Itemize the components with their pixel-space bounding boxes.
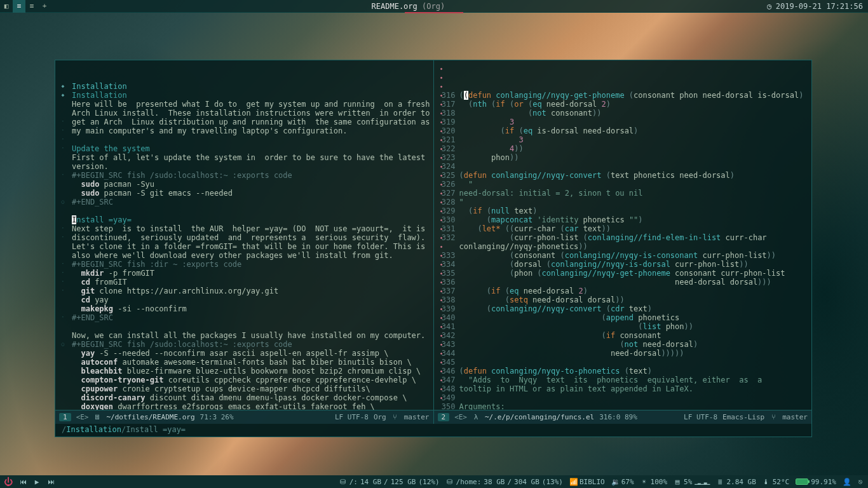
- right-pane[interactable]: ◆◆◆◆◆◆◆◆◆◆◆◆◆◆◆◆◆◆◆◆◆◆◆◆◆◆◆◆◆◆◆◆◆◆◆◆◆◆ 3…: [434, 60, 812, 410]
- code-line[interactable]: 341 (list phon)): [440, 322, 807, 331]
- code-line[interactable]: 317 (nth (if (or (eq need-dorsal 2): [440, 100, 807, 109]
- status-bar: ⏻ ⏮ ▶ ⏭ ⛁ /: 14 GB/125 GB (12%) ⛁ /home:…: [0, 475, 868, 488]
- code-line[interactable]: 318 (not consonant)): [440, 109, 807, 118]
- battery: 99.91%: [796, 478, 836, 486]
- ml-right-branch: master: [782, 413, 808, 421]
- wifi[interactable]: 📶 BIBLIO: [569, 478, 605, 486]
- code-line[interactable]: 345: [440, 358, 807, 367]
- code-line[interactable]: 334 (dorsal (conlanging//nyqy-is-dorsal …: [440, 260, 807, 269]
- datetime: 2019-09-21 17:21:56: [776, 2, 863, 11]
- code-line[interactable]: 344 need-dorsal))))): [440, 349, 807, 358]
- code-line[interactable]: 338 (setq need-dorsal dorsal)): [440, 295, 807, 304]
- ml-left-path: ~/dotfiles/README.org: [107, 413, 195, 421]
- next-icon[interactable]: ⏭: [47, 478, 55, 486]
- code-line[interactable]: 346(defun conlanging/nyqy-to-phonetics (…: [440, 367, 807, 376]
- install-all-line: Now, we can install all the packages I u…: [72, 331, 425, 340]
- left-pane[interactable]: ◆◆ ···· · ○ ·· ···· · ○ Installation Ins…: [55, 60, 434, 410]
- wifi-icon: 📶: [569, 478, 577, 486]
- title-filename: README.org: [372, 2, 417, 11]
- code-line[interactable]: 331 (let* ((curr-char (car text)): [440, 224, 807, 233]
- intro-line-3: get an Arch Linux distribution up and ru…: [72, 118, 430, 126]
- titlebar-btn-4[interactable]: +: [38, 0, 51, 13]
- ml-right-state: <E>: [454, 413, 467, 421]
- heading-update-system[interactable]: Update the system: [72, 144, 150, 153]
- code-line[interactable]: 337 (if (eq need-dorsal 2): [440, 287, 807, 295]
- code-line[interactable]: 340 (append phonetics: [440, 313, 807, 322]
- code-line[interactable]: 326 ": [440, 180, 807, 189]
- code-line[interactable]: 316((defun conlanging//nyqy-get-phoneme …: [440, 91, 807, 100]
- code-line[interactable]: conlanging//nyqy-phonetics)): [440, 242, 807, 251]
- code-line[interactable]: 323 phon)): [440, 153, 807, 162]
- code-line[interactable]: 347 "Adds to Nyqy text its phonetics equ…: [440, 376, 807, 384]
- location-icon[interactable]: ⎋: [857, 478, 864, 486]
- power-icon[interactable]: ⏻: [4, 477, 13, 487]
- src1-sudo1: sudo: [81, 180, 99, 189]
- intro-line-4: my main computer's and my travelling lap…: [72, 126, 347, 135]
- window-title: README.org (Org): [51, 2, 766, 11]
- code-line[interactable]: 349: [440, 393, 807, 402]
- titlebar-btn-2[interactable]: ≡: [13, 0, 25, 13]
- modeline-right[interactable]: 2 <E> λ ~/.e/p/conlanging/funcs.el 316:0…: [434, 410, 812, 424]
- yay-line-1: Next step is to install the AUR helper =…: [72, 224, 425, 233]
- src2-end: #+END_SRC: [72, 313, 113, 322]
- code-line[interactable]: 330 (mapconcat 'identity phonetics ""): [440, 215, 807, 224]
- ml-left-branch: master: [404, 413, 430, 421]
- cpu-icon: ▤: [674, 478, 681, 486]
- play-icon[interactable]: ▶: [33, 478, 41, 486]
- ml-left-state: <E>: [76, 413, 89, 421]
- volume[interactable]: 🔉 67%: [611, 478, 634, 486]
- ml-left-winnum: 1: [59, 413, 71, 421]
- clock-icon: ◷: [766, 2, 773, 11]
- titlebar-btn-3[interactable]: ≡: [25, 0, 38, 13]
- titlebar-buttons: ◧ ≡ ≡ +: [0, 0, 51, 13]
- src1-begin: #+BEGIN_SRC fish /sudo:localhost:~ :expo…: [72, 171, 292, 180]
- code-line[interactable]: 322 4)): [440, 144, 807, 153]
- code-line[interactable]: 339 (conlanging//nyqy-convert (cdr text): [440, 304, 807, 313]
- code-line[interactable]: 342 (if consonant: [440, 331, 807, 340]
- ram: ≣ 2.84 GB: [716, 478, 756, 486]
- git-branch-icon: ⑂: [770, 413, 777, 421]
- yay-line-4: also where we'll download every other pa…: [72, 251, 393, 260]
- brightness[interactable]: ☀ 100%: [641, 478, 668, 486]
- prev-icon[interactable]: ⏮: [19, 478, 27, 486]
- code-line[interactable]: 321 3: [440, 135, 807, 144]
- code-line[interactable]: 329 (if (null text): [440, 207, 807, 215]
- disk-home: ⛁ /home: 38 GB/304 GB (13%): [446, 478, 563, 486]
- modeline-left[interactable]: 1 <E> 🗏 ~/dotfiles/README.org 71:3 26% L…: [55, 410, 434, 424]
- brightness-icon: ☀: [641, 478, 648, 486]
- code-line[interactable]: 333 (consonant (conlanging//nyqy-is-cons…: [440, 251, 807, 260]
- heading-installation-2[interactable]: Installation: [72, 91, 127, 100]
- code-line[interactable]: 343 (not need-dorsal): [440, 340, 807, 349]
- git-branch-icon: ⑂: [391, 413, 399, 421]
- code-line[interactable]: 324: [440, 162, 807, 171]
- code-line[interactable]: 320 (if (eq is-dorsal need-dorsal): [440, 126, 807, 135]
- yay-line-2: discontinued, seriously updated and repr…: [72, 233, 425, 242]
- code-line[interactable]: 350Arguments:: [440, 402, 807, 410]
- code-line[interactable]: 335 (phon (conlanging//nyqy-get-phoneme …: [440, 269, 807, 278]
- titlebar: ◧ ≡ ≡ + README.org (Org) ◷ 2019-09-21 17…: [0, 0, 868, 13]
- ml-right-pos: 316:0 89%: [599, 413, 637, 421]
- code-line[interactable]: 328": [440, 198, 807, 207]
- battery-icon: [796, 478, 808, 485]
- ml-right-winnum: 2: [438, 413, 450, 421]
- ml-right-path: ~/.e/p/conlanging/funcs.el: [485, 413, 594, 421]
- code-line[interactable]: 336 need-dorsal dorsal))): [440, 278, 807, 287]
- ram-icon: ≣: [716, 478, 724, 486]
- titlebar-btn-1[interactable]: ◧: [0, 0, 13, 13]
- ml-left-pos: 71:3 26%: [200, 413, 234, 421]
- update-line-1: First of all, let's update the system in…: [72, 153, 425, 162]
- code-line[interactable]: 348tooltip in HTML or as plain text appe…: [440, 384, 807, 393]
- code-line[interactable]: 319 3: [440, 118, 807, 126]
- editor-frame: ◆◆ ···· · ○ ·· ···· · ○ Installation Ins…: [55, 60, 812, 437]
- code-line[interactable]: 325(defun conlanging//nyqy-convert (text…: [440, 171, 807, 180]
- ml-right-mode: Emacs-Lisp: [722, 413, 764, 421]
- code-line[interactable]: 332 (curr-phon-list (conlanging//find-el…: [440, 233, 807, 242]
- code-line[interactable]: 327need-dorsal: initial = 2, sinon t ou …: [440, 189, 807, 198]
- yay-line-3: Let's clone it in a folder =fromGIT= tha…: [72, 242, 425, 251]
- discord-icon[interactable]: 👤: [843, 478, 850, 486]
- disk-icon: ⛁: [446, 478, 454, 486]
- title-mode: (Org): [422, 2, 445, 11]
- ml-right-enc: LF UTF-8: [684, 413, 717, 421]
- cpu: ▤ 5% ▁▂▁▃▁: [674, 478, 710, 486]
- heading-installation-1[interactable]: Installation: [72, 82, 127, 91]
